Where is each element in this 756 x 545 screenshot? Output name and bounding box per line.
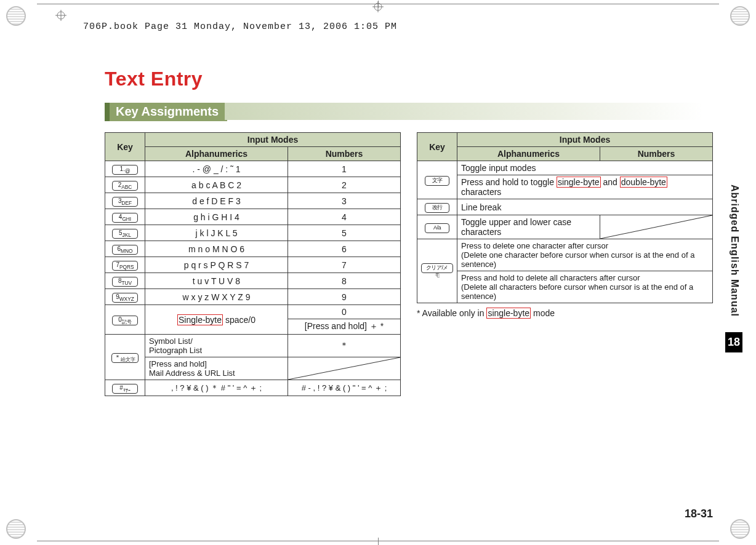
th-alpha: Alphanumerics xyxy=(457,147,600,161)
keycap-icon: #ﾏﾅｰ xyxy=(112,384,138,394)
register-mark-icon xyxy=(372,1,384,12)
right-column: Key Input Modes Alphanumerics Numbers 文字… xyxy=(417,132,713,396)
keycap-icon: クリア/メモ xyxy=(421,263,453,273)
register-mark-icon xyxy=(55,10,66,23)
section-row: Key Assignments xyxy=(105,103,713,132)
table-row: 2ABCa b c A B C 22 xyxy=(105,177,401,193)
svg-line-7 xyxy=(600,215,712,239)
keycap-icon: 7PQRS xyxy=(112,261,138,271)
keycap-icon: 6MNO xyxy=(112,245,138,255)
th-input-modes: Input Modes xyxy=(145,133,401,147)
content-area: Text Entry Key Assignments Key Input Mod… xyxy=(105,62,713,527)
table-row: 4GHIg h i G H I 44 xyxy=(105,209,401,225)
highlight-box: single-byte xyxy=(486,308,531,319)
th-num: Numbers xyxy=(288,147,401,161)
table-row: Press and hold to delete all characters … xyxy=(417,271,713,303)
svg-line-6 xyxy=(288,357,400,380)
side-tab-label: Abridged English Manual xyxy=(729,185,740,317)
keycap-icon: 改行 xyxy=(425,203,449,213)
table-row: 6MNOm n o M N O 66 xyxy=(105,241,401,257)
page-number: 18-31 xyxy=(685,507,713,520)
table-row: ＊絵文字 Symbol List/ Pictograph List ＊ xyxy=(105,335,401,357)
binder-ring-icon xyxy=(6,519,26,539)
table-row: 改行 Line break xyxy=(417,199,713,215)
highlight-box: Single-byte xyxy=(177,314,223,325)
highlight-box: single-byte xyxy=(557,177,601,188)
page-title: Text Entry xyxy=(105,68,713,90)
chapter-tab: 18 xyxy=(725,332,742,352)
table-row: 8TUVt u v T U V 88 xyxy=(105,273,401,289)
diagonal-cell xyxy=(600,215,713,239)
table-row: クリア/メモ Press to delete one character aft… xyxy=(417,239,713,271)
table-row: 文字 Toggle input modes xyxy=(417,161,713,175)
th-input-modes: Input Modes xyxy=(457,133,713,147)
keycap-icon: A/a xyxy=(425,223,449,233)
keycap-icon: 2ABC xyxy=(112,181,138,191)
keycap-icon: 0記号 xyxy=(112,316,138,325)
left-column: Key Input Modes Alphanumerics Numbers 1․… xyxy=(105,132,401,396)
table-row: 9WXYZw x y z W X Y Z 99 xyxy=(105,289,401,305)
footnote: * Available only in single-byte mode xyxy=(417,308,713,318)
keycap-icon: 4GHI xyxy=(112,213,138,223)
table-row: A/a Toggle upper and lower case characte… xyxy=(417,215,713,239)
page-root: 706P.book Page 31 Monday, November 13, 2… xyxy=(0,0,756,545)
table-row: 1․@. - @ _ / : ˜ 11 xyxy=(105,161,401,177)
table-row: 7PQRSp q r s P Q R S 77 xyxy=(105,257,401,273)
table-row: 3DEFd e f D E F 33 xyxy=(105,193,401,209)
section-gradient xyxy=(225,103,704,120)
crop-mark-bottom xyxy=(37,541,719,541)
diagonal-cell xyxy=(288,357,401,380)
key-table-left: Key Input Modes Alphanumerics Numbers 1․… xyxy=(105,132,401,396)
keycap-icon: 3DEF xyxy=(112,197,138,207)
keycap-icon: 5JKL xyxy=(112,229,138,239)
th-key: Key xyxy=(417,133,457,161)
th-key: Key xyxy=(105,133,145,161)
table-row: [Press and hold] Mail Address & URL List xyxy=(105,357,401,380)
binder-ring-icon xyxy=(6,6,26,26)
keycap-icon: 文字 xyxy=(425,176,449,186)
section-heading: Key Assignments xyxy=(105,103,227,121)
table-row: 5JKLj k l J K L 55 xyxy=(105,225,401,241)
highlight-box: double-byte xyxy=(620,177,667,188)
th-num: Numbers xyxy=(600,147,713,161)
binder-ring-icon xyxy=(730,519,750,539)
table-row: Press and hold to toggle single-byte and… xyxy=(417,175,713,199)
key-table-right: Key Input Modes Alphanumerics Numbers 文字… xyxy=(417,132,713,303)
keycap-icon: 8TUV xyxy=(112,277,138,287)
th-alpha: Alphanumerics xyxy=(145,147,288,161)
table-row: #ﾏﾅｰ , ! ? ¥ & ( ) ＊ # " ' = ^ ＋ ; # - ,… xyxy=(105,380,401,396)
table-row: 0記号 Single-byte space/0 0 xyxy=(105,305,401,319)
keycap-icon: 1․@ xyxy=(112,165,138,175)
two-column-layout: Key Input Modes Alphanumerics Numbers 1․… xyxy=(105,132,713,396)
keycap-icon: 9WXYZ xyxy=(112,293,138,303)
file-header: 706P.book Page 31 Monday, November 13, 2… xyxy=(83,22,397,32)
keycap-icon: ＊絵文字 xyxy=(111,353,139,363)
binder-ring-icon xyxy=(730,6,750,26)
